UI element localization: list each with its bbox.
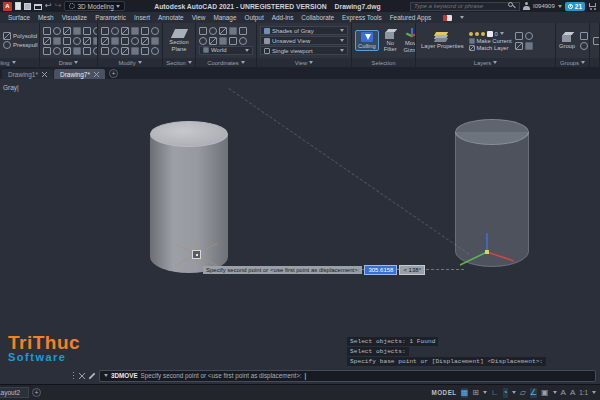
ortho-toggle-icon[interactable]: ∟ bbox=[491, 388, 499, 398]
tool-icon[interactable] bbox=[515, 42, 523, 50]
presspull-button[interactable]: Presspull bbox=[3, 41, 38, 49]
tool-icon[interactable] bbox=[111, 27, 119, 35]
tool-icon[interactable] bbox=[209, 27, 217, 35]
tool-icon[interactable] bbox=[43, 47, 51, 55]
new-drawing-button[interactable]: + bbox=[109, 69, 118, 78]
tool-icon[interactable] bbox=[515, 32, 523, 40]
panel-modeling-label[interactable]: Modeling bbox=[0, 58, 39, 67]
new-file-icon[interactable] bbox=[15, 2, 21, 10]
panel-coordinates-label[interactable]: Coordinates bbox=[196, 58, 256, 67]
scale-chevron-icon[interactable] bbox=[592, 391, 596, 394]
tool-icon[interactable] bbox=[239, 27, 247, 35]
ucs-dropdown[interactable]: World bbox=[199, 46, 253, 55]
layer-lock-icon[interactable] bbox=[481, 32, 485, 36]
tool-icon[interactable] bbox=[580, 42, 588, 50]
named-view-dropdown[interactable]: Unsaved View bbox=[260, 36, 348, 45]
make-current-button[interactable]: Make Current bbox=[469, 38, 512, 44]
tool-icon[interactable] bbox=[141, 37, 149, 45]
snap-toggle-icon[interactable]: ⊞ bbox=[472, 388, 479, 398]
isodraft-toggle-icon[interactable]: ▱ bbox=[520, 388, 526, 398]
tool-icon[interactable] bbox=[63, 27, 71, 35]
tool-icon[interactable] bbox=[593, 37, 600, 45]
help-search[interactable] bbox=[410, 2, 520, 11]
annotation-scale[interactable]: 1:1 bbox=[579, 389, 588, 396]
user-icon[interactable] bbox=[523, 2, 530, 10]
tab-express-tools[interactable]: Express Tools bbox=[342, 14, 382, 21]
tab-featured-apps[interactable]: Featured Apps bbox=[390, 14, 432, 21]
username[interactable]: I094909 bbox=[533, 3, 555, 9]
otrack-toggle-icon[interactable]: ∠ bbox=[530, 388, 537, 398]
panel-view-label[interactable]: View bbox=[257, 58, 351, 67]
tab-annotate[interactable]: Annotate bbox=[158, 14, 184, 21]
tool-icon[interactable] bbox=[525, 42, 533, 50]
layout-tab[interactable]: Layout2 bbox=[0, 387, 29, 398]
layer-properties-button[interactable]: Layer Properties bbox=[419, 31, 466, 50]
tool-icon[interactable] bbox=[121, 37, 129, 45]
ribbon-extra-icon[interactable] bbox=[443, 15, 452, 21]
tool-icon[interactable] bbox=[43, 37, 51, 45]
tab-mesh[interactable]: Mesh bbox=[38, 14, 54, 21]
file-tab-drawing1[interactable]: Drawing1* bbox=[2, 69, 53, 79]
tool-icon[interactable] bbox=[141, 47, 149, 55]
current-layer[interactable]: 0 bbox=[495, 31, 498, 37]
osnap-chevron-icon[interactable] bbox=[553, 391, 557, 394]
tab-view[interactable]: View bbox=[192, 14, 206, 21]
tool-icon[interactable] bbox=[121, 47, 129, 55]
polysolid-button[interactable]: Polysolid bbox=[3, 32, 37, 40]
close-icon[interactable] bbox=[79, 373, 85, 379]
layer-color-swatch[interactable] bbox=[487, 31, 493, 37]
section-plane-button[interactable]: Section Plane bbox=[166, 28, 192, 52]
snap-chevron-icon[interactable] bbox=[483, 391, 487, 394]
save-icon[interactable] bbox=[24, 3, 31, 10]
close-icon[interactable] bbox=[42, 72, 47, 77]
tool-icon[interactable] bbox=[525, 32, 533, 40]
group-button[interactable]: Group bbox=[557, 31, 577, 50]
file-tab-drawing7[interactable]: Drawing7* bbox=[54, 69, 105, 79]
layer-dropdown-chevron-icon[interactable] bbox=[500, 32, 504, 35]
tool-icon[interactable] bbox=[63, 47, 71, 55]
tool-icon[interactable] bbox=[229, 27, 237, 35]
osnap-toggle-icon[interactable]: ▣ bbox=[541, 388, 549, 398]
recent-commands-chevron-icon[interactable] bbox=[104, 374, 108, 377]
tool-icon[interactable] bbox=[101, 37, 109, 45]
search-input[interactable] bbox=[414, 3, 506, 9]
tool-icon[interactable] bbox=[83, 37, 91, 45]
annotation-autoscale-icon[interactable]: A bbox=[570, 388, 575, 398]
visual-style-dropdown[interactable]: Shades of Gray bbox=[260, 26, 348, 35]
tool-icon[interactable] bbox=[111, 47, 119, 55]
move-gizmo-axes[interactable] bbox=[457, 230, 521, 278]
tool-icon[interactable] bbox=[53, 47, 61, 55]
trial-badge[interactable]: 21 bbox=[565, 2, 585, 11]
no-filter-button[interactable]: No Filter bbox=[382, 28, 399, 53]
tool-icon[interactable] bbox=[131, 27, 139, 35]
viewport-dropdown[interactable]: Single viewport bbox=[260, 46, 348, 55]
tool-icon[interactable] bbox=[229, 37, 237, 45]
workspace-switcher[interactable]: 3D Modeling bbox=[64, 1, 125, 11]
layer-on-icon[interactable] bbox=[469, 32, 473, 36]
redo-icon[interactable]: ↪ bbox=[55, 2, 62, 10]
tab-parametric[interactable]: Parametric bbox=[95, 14, 126, 21]
tool-icon[interactable] bbox=[101, 27, 109, 35]
tool-icon[interactable] bbox=[209, 37, 217, 45]
tool-icon[interactable] bbox=[151, 37, 159, 45]
panel-groups-label[interactable]: Groups bbox=[556, 58, 589, 67]
tool-icon[interactable] bbox=[43, 27, 51, 35]
panel-draw-label[interactable]: Draw bbox=[40, 58, 97, 67]
culling-button[interactable]: Culling bbox=[355, 30, 379, 51]
tool-icon[interactable] bbox=[101, 47, 109, 55]
tool-icon[interactable] bbox=[53, 27, 61, 35]
drawing-canvas[interactable]: Gray| Specify second point or <use first… bbox=[0, 79, 600, 384]
search-icon[interactable] bbox=[508, 2, 516, 10]
tab-output[interactable]: Output bbox=[244, 14, 263, 21]
tool-icon[interactable] bbox=[141, 27, 149, 35]
tab-manage[interactable]: Manage bbox=[213, 14, 236, 21]
dynamic-input-angle[interactable]: < 138° bbox=[399, 265, 425, 275]
tab-collaborate[interactable]: Collaborate bbox=[301, 14, 334, 21]
plot-icon[interactable] bbox=[34, 4, 42, 10]
tool-icon[interactable] bbox=[239, 37, 247, 45]
tool-icon[interactable] bbox=[63, 37, 71, 45]
tool-icon[interactable] bbox=[83, 27, 91, 35]
new-layout-button[interactable]: + bbox=[32, 388, 41, 397]
close-icon[interactable] bbox=[94, 72, 99, 77]
panel-modify-label[interactable]: Modify bbox=[98, 58, 162, 67]
